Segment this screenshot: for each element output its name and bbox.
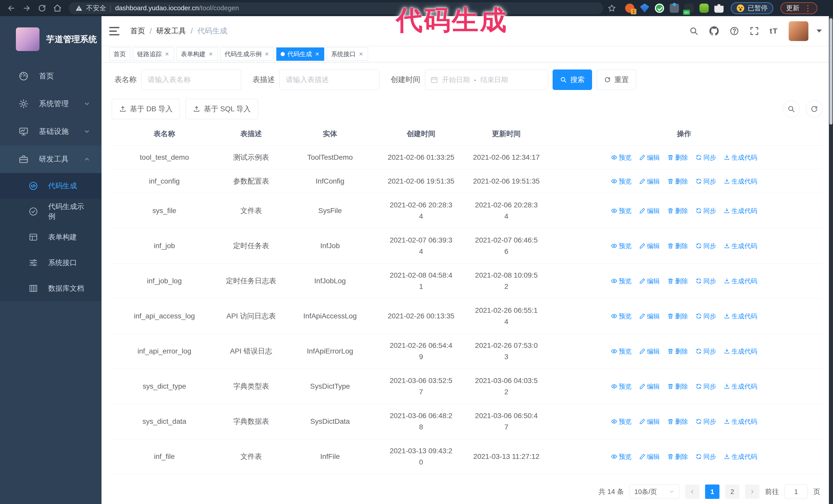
generate-code-link[interactable]: 生成代码 xyxy=(724,175,757,187)
page-button-1[interactable]: 1 xyxy=(705,484,719,499)
preview-link[interactable]: 预览 xyxy=(611,152,632,163)
sidebar-item-form-builder[interactable]: 表单构建 xyxy=(0,224,101,250)
edit-link[interactable]: 编辑 xyxy=(639,381,660,392)
start-date-placeholder[interactable]: 开始日期 xyxy=(442,75,470,85)
back-icon[interactable] xyxy=(5,2,18,15)
address-bar[interactable]: 不安全 | dashboard.yudao.iocoder.cn/tool/co… xyxy=(69,2,603,14)
generate-code-link[interactable]: 生成代码 xyxy=(724,275,757,287)
preview-link[interactable]: 预览 xyxy=(611,345,632,357)
edit-link[interactable]: 编辑 xyxy=(639,175,660,187)
generate-code-link[interactable]: 生成代码 xyxy=(724,240,757,251)
caret-down-icon[interactable] xyxy=(816,29,822,32)
delete-link[interactable]: 删除 xyxy=(667,381,688,392)
menu-kebab-icon[interactable]: ⋮ xyxy=(804,4,812,12)
generate-code-link[interactable]: 生成代码 xyxy=(724,152,757,163)
delete-link[interactable]: 删除 xyxy=(667,152,688,163)
delete-link[interactable]: 删除 xyxy=(667,345,688,357)
refresh-table-button[interactable] xyxy=(806,100,823,117)
generate-code-link[interactable]: 生成代码 xyxy=(724,451,757,462)
preview-link[interactable]: 预览 xyxy=(611,275,632,287)
extension-icon[interactable] xyxy=(655,4,664,13)
close-icon[interactable]: ✕ xyxy=(208,51,214,57)
delete-link[interactable]: 删除 xyxy=(667,310,688,322)
tag[interactable]: 链路追踪 ✕ xyxy=(133,47,174,61)
bookmark-star-icon[interactable] xyxy=(605,2,618,15)
sidebar-item-db-doc[interactable]: 数据库文档 xyxy=(0,275,101,301)
edit-link[interactable]: 编辑 xyxy=(639,345,660,357)
breadcrumb-devtools[interactable]: 研发工具 xyxy=(156,26,186,36)
sync-link[interactable]: 同步 xyxy=(696,205,716,216)
import-sql-button[interactable]: 基于 SQL 导入 xyxy=(186,99,258,119)
delete-link[interactable]: 删除 xyxy=(667,240,688,251)
sync-link[interactable]: 同步 xyxy=(696,381,716,392)
close-icon[interactable]: ✕ xyxy=(358,51,364,57)
preview-link[interactable]: 预览 xyxy=(611,205,632,216)
sidebar-item-codegen[interactable]: 代码生成 xyxy=(0,173,101,199)
edit-link[interactable]: 编辑 xyxy=(639,152,660,163)
help-icon[interactable] xyxy=(730,26,739,35)
delete-link[interactable]: 删除 xyxy=(667,205,688,216)
paused-chip[interactable]: 已暂停 xyxy=(731,2,773,14)
preview-link[interactable]: 预览 xyxy=(611,175,632,187)
sync-link[interactable]: 同步 xyxy=(696,345,716,357)
reload-icon[interactable] xyxy=(35,2,49,15)
tag[interactable]: 代码生成示例 ✕ xyxy=(220,47,274,61)
tag[interactable]: 代码生成 ✕ xyxy=(276,47,324,61)
logo[interactable]: 芋道管理系统 xyxy=(0,16,101,62)
sidebar-item-system-api[interactable]: 系统接口 xyxy=(0,250,101,275)
sidebar-item-system[interactable]: 系统管理 xyxy=(0,90,101,118)
extension-icon[interactable] xyxy=(670,4,679,13)
sync-link[interactable]: 同步 xyxy=(696,240,716,251)
generate-code-link[interactable]: 生成代码 xyxy=(724,381,757,392)
delete-link[interactable]: 删除 xyxy=(667,416,688,427)
page-button-2[interactable]: 2 xyxy=(725,484,739,499)
goto-page-input[interactable] xyxy=(785,484,808,499)
sync-link[interactable]: 同步 xyxy=(696,152,716,163)
scrollbar-thumb[interactable] xyxy=(829,18,832,125)
date-range-picker[interactable]: 开始日期 - 结束日期 xyxy=(425,70,548,90)
font-size-icon[interactable]: tT xyxy=(770,27,778,35)
delete-link[interactable]: 删除 xyxy=(667,275,688,287)
sync-link[interactable]: 同步 xyxy=(696,310,716,322)
sidebar-item-infra[interactable]: 基础设施 xyxy=(0,118,101,145)
prev-page-button[interactable] xyxy=(685,484,699,499)
user-avatar[interactable] xyxy=(789,21,808,41)
sidebar-item-home[interactable]: 首页 xyxy=(0,62,101,90)
preview-link[interactable]: 预览 xyxy=(611,240,632,251)
sync-link[interactable]: 同步 xyxy=(696,416,716,427)
generate-code-link[interactable]: 生成代码 xyxy=(724,205,757,216)
search-icon[interactable] xyxy=(689,26,698,35)
close-icon[interactable]: ✕ xyxy=(264,51,270,57)
edit-link[interactable]: 编辑 xyxy=(639,416,660,427)
table-name-input[interactable] xyxy=(141,70,241,90)
tag[interactable]: 首页 xyxy=(109,47,130,61)
sync-link[interactable]: 同步 xyxy=(696,451,716,462)
tag[interactable]: 表单构建 ✕ xyxy=(176,47,218,61)
fullscreen-icon[interactable] xyxy=(750,26,759,35)
sidebar-item-devtools[interactable]: 研发工具 xyxy=(0,145,101,173)
update-button[interactable]: 更新 ⋮ xyxy=(781,2,817,14)
edit-link[interactable]: 编辑 xyxy=(639,205,660,216)
reset-button[interactable]: 重置 xyxy=(597,70,636,90)
close-icon[interactable]: ✕ xyxy=(314,51,320,57)
next-page-button[interactable] xyxy=(745,484,759,499)
scrollbar[interactable] xyxy=(829,16,833,504)
breadcrumb-home[interactable]: 首页 xyxy=(130,26,145,36)
edit-link[interactable]: 编辑 xyxy=(639,310,660,322)
end-date-placeholder[interactable]: 结束日期 xyxy=(480,75,508,85)
extension-icon[interactable]: on xyxy=(685,4,694,13)
generate-code-link[interactable]: 生成代码 xyxy=(724,416,757,427)
edit-link[interactable]: 编辑 xyxy=(639,451,660,462)
generate-code-link[interactable]: 生成代码 xyxy=(724,310,757,322)
table-desc-input[interactable] xyxy=(279,70,379,90)
toggle-search-button[interactable] xyxy=(783,100,800,117)
preview-link[interactable]: 预览 xyxy=(611,310,632,322)
edit-link[interactable]: 编辑 xyxy=(639,240,660,251)
sync-link[interactable]: 同步 xyxy=(696,175,716,187)
close-icon[interactable]: ✕ xyxy=(164,51,170,57)
extension-icon[interactable]: 1 xyxy=(625,4,634,13)
preview-link[interactable]: 预览 xyxy=(611,381,632,392)
page-size-select[interactable]: 10条/页 xyxy=(629,484,680,499)
generate-code-link[interactable]: 生成代码 xyxy=(724,345,757,357)
delete-link[interactable]: 删除 xyxy=(667,175,688,187)
